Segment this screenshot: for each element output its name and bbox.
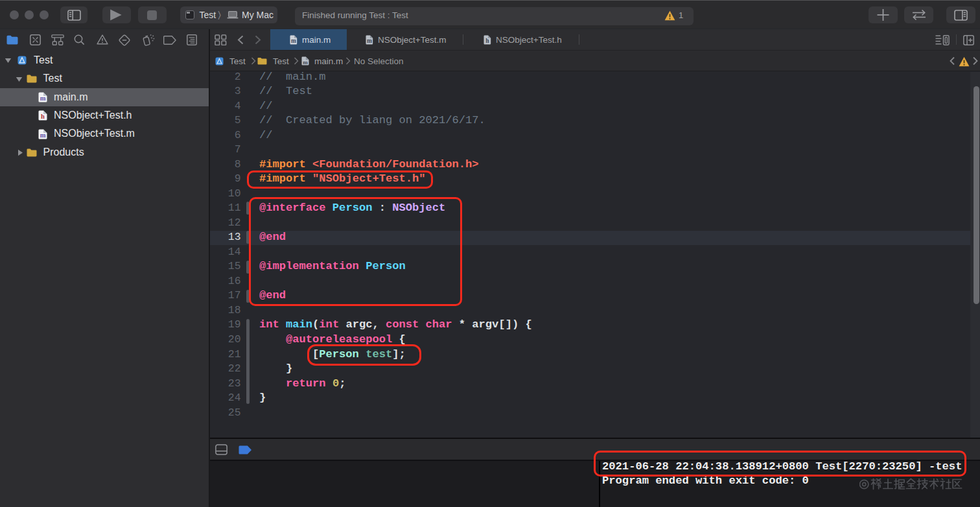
- svg-text:m: m: [367, 38, 372, 44]
- svg-text:m: m: [303, 59, 308, 65]
- svg-text:h: h: [41, 113, 45, 120]
- svg-text:m: m: [40, 95, 45, 102]
- svg-text:m: m: [291, 38, 296, 44]
- svg-text:h: h: [485, 38, 489, 44]
- svg-text:m: m: [40, 132, 45, 139]
